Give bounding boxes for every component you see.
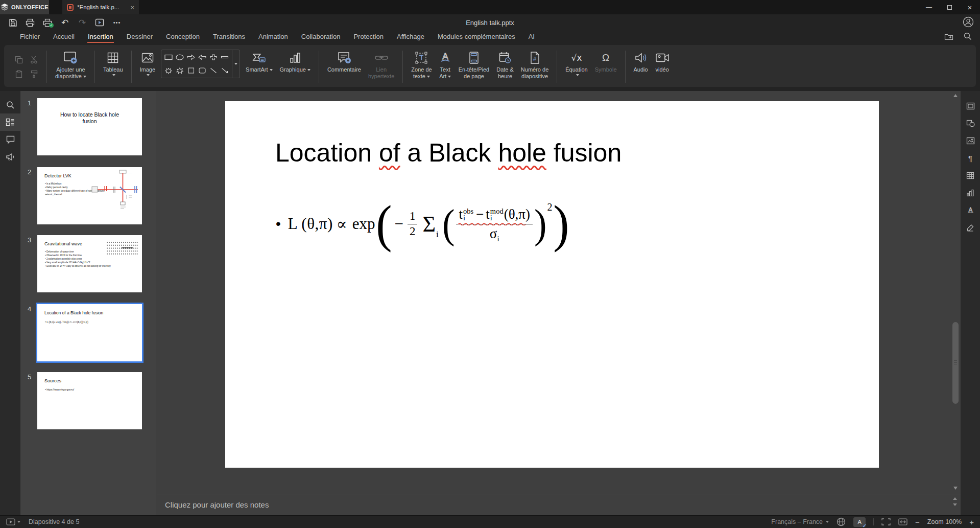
document-language-button[interactable]: [836, 517, 846, 526]
table-button[interactable]: Tableau: [100, 49, 127, 85]
shape-ellipse-icon[interactable]: [176, 54, 184, 60]
datetime-button[interactable]: Date & heure: [493, 49, 517, 85]
video-button[interactable]: vidéo: [652, 49, 673, 85]
canvas-vertical-scrollbar[interactable]: [951, 91, 961, 494]
slide-2-preview[interactable]: Detector LVK Is a Michelson Fabry perrau…: [37, 167, 142, 224]
window-maximize-button[interactable]: [939, 0, 960, 14]
copy-button[interactable]: [15, 56, 23, 64]
notes-area[interactable]: Cliquez pour ajouter des notes: [157, 494, 961, 515]
image-button[interactable]: Image: [136, 49, 159, 85]
chart-settings-button[interactable]: [961, 184, 980, 201]
format-painter-button[interactable]: [30, 70, 38, 78]
likelihood-formula[interactable]: • L (θ,π) ∝ exp ( − 1 2 Σi ( tobsi − tmo…: [276, 193, 570, 255]
tab-modules-complementaires[interactable]: Modules complémentaires: [431, 31, 522, 43]
shape-rounded-rect-icon[interactable]: [199, 67, 206, 74]
sidebar-feedback-button[interactable]: [0, 148, 20, 166]
tab-close-icon[interactable]: ×: [130, 4, 134, 11]
language-selector[interactable]: Français – France: [771, 518, 829, 525]
scroll-up-arrow[interactable]: [953, 94, 958, 97]
header-footer-button[interactable]: En-tête/Pied de page: [455, 49, 493, 85]
slide-5-preview[interactable]: Sources https://www.virgo-gw.eu/: [37, 372, 142, 429]
textart-settings-button[interactable]: A: [961, 201, 980, 219]
shapes-gallery-more-button[interactable]: [232, 50, 240, 78]
notes-placeholder[interactable]: Cliquez pour ajouter des notes: [165, 500, 269, 509]
tab-affichage[interactable]: Affichage: [390, 31, 431, 43]
shape-line2-icon[interactable]: [221, 67, 228, 74]
slide-editor-canvas[interactable]: Location of a Black hole fusion • L (θ,π…: [157, 91, 961, 494]
shape-explosion2-icon[interactable]: [176, 67, 183, 74]
symbol-button[interactable]: Ω Symbole: [591, 49, 620, 85]
equation-button[interactable]: √x Équation: [562, 49, 591, 85]
start-slideshow-status-button[interactable]: [6, 518, 20, 525]
smartart-button[interactable]: SmartArt: [242, 49, 276, 85]
search-button[interactable]: [964, 32, 972, 40]
tab-protection[interactable]: Protection: [347, 31, 390, 43]
shape-arrow-left-icon[interactable]: [198, 54, 206, 60]
textbox-button[interactable]: Zone de texte: [408, 49, 435, 85]
scroll-down-arrow[interactable]: [953, 487, 958, 490]
textart-button[interactable]: A Text Art: [436, 49, 455, 85]
slides-panel-icon: [6, 118, 15, 126]
tab-animation[interactable]: Animation: [252, 31, 295, 43]
start-slideshow-button[interactable]: [91, 16, 108, 29]
tab-insertion[interactable]: Insertion: [81, 31, 120, 43]
zoom-level-label[interactable]: Zoom 100%: [927, 518, 962, 525]
scrollbar-thumb[interactable]: [952, 322, 959, 404]
open-file-location-button[interactable]: [944, 33, 953, 40]
shape-square-icon[interactable]: [188, 67, 195, 74]
user-avatar-button[interactable]: [963, 16, 974, 28]
shape-explosion1-icon[interactable]: [165, 67, 172, 74]
paragraph-settings-button[interactable]: ¶: [961, 149, 980, 167]
current-slide[interactable]: Location of a Black hole fusion • L (θ,π…: [225, 101, 879, 468]
slide-1-preview[interactable]: How to locate Black hole fusion: [37, 98, 142, 155]
notes-scroll-down-arrow[interactable]: [953, 503, 957, 506]
tab-conception[interactable]: Conception: [159, 31, 206, 43]
slide-settings-button[interactable]: [961, 97, 980, 114]
zoom-in-button[interactable]: +: [969, 518, 974, 526]
shape-minus-icon[interactable]: [221, 54, 229, 60]
tab-dessiner[interactable]: Dessiner: [120, 31, 159, 43]
shape-line-icon[interactable]: [210, 67, 217, 74]
hyperlink-button[interactable]: Lien hypertexte: [365, 49, 398, 85]
tab-fichier[interactable]: Fichier: [13, 31, 46, 43]
shape-rectangle-icon[interactable]: [164, 54, 173, 60]
table-settings-button[interactable]: [961, 167, 980, 184]
print-button[interactable]: [21, 16, 39, 29]
shape-plus-icon[interactable]: [210, 54, 217, 60]
paste-button[interactable]: [15, 70, 23, 78]
tab-transitions[interactable]: Transitions: [206, 31, 252, 43]
window-close-button[interactable]: ×: [960, 0, 980, 14]
add-slide-button[interactable]: Ajouter une diapositive: [52, 49, 90, 85]
save-button[interactable]: [4, 16, 21, 29]
zoom-out-button[interactable]: −: [915, 518, 920, 526]
slide-number-button[interactable]: # Numéro de diapositive: [517, 49, 552, 85]
tab-collaboration[interactable]: Collaboration: [295, 31, 347, 43]
audio-button[interactable]: Audio: [630, 49, 652, 85]
sidebar-slides-button[interactable]: [0, 113, 20, 131]
redo-button[interactable]: ↷: [74, 16, 91, 29]
notes-scroll-up-arrow[interactable]: [953, 497, 957, 500]
cut-button[interactable]: [30, 56, 38, 64]
sidebar-search-button[interactable]: [0, 96, 20, 113]
quick-print-button[interactable]: ✓: [39, 16, 56, 29]
slide-3-preview[interactable]: Gravitational wave Deformation of space …: [37, 235, 142, 292]
signature-settings-button[interactable]: [961, 219, 980, 236]
document-tab[interactable]: *English talk.p... ×: [62, 0, 139, 14]
window-minimize-button[interactable]: —: [919, 0, 939, 14]
chart-button[interactable]: Graphique: [276, 49, 314, 85]
shape-settings-button[interactable]: [961, 114, 980, 132]
more-actions-button[interactable]: •••: [108, 16, 126, 29]
tab-accueil[interactable]: Accueil: [46, 31, 81, 43]
comment-button[interactable]: Commentaire: [324, 49, 365, 85]
shape-arrow-right-icon[interactable]: [187, 54, 195, 60]
slide-number-label: 1: [28, 99, 31, 107]
sidebar-comments-button[interactable]: [0, 131, 20, 148]
slide-title-text[interactable]: Location of a Black hole fusion: [275, 138, 622, 168]
tab-ai[interactable]: AI: [522, 31, 541, 43]
undo-button[interactable]: ↶: [56, 16, 74, 29]
spellcheck-toggle[interactable]: A ✓: [853, 517, 866, 527]
slide-4-preview-selected[interactable]: Location of a Black hole fusion • L (θ,π…: [37, 304, 142, 361]
fit-to-width-button[interactable]: [898, 518, 907, 525]
fit-to-slide-button[interactable]: [881, 518, 891, 525]
image-settings-button[interactable]: [961, 132, 980, 149]
